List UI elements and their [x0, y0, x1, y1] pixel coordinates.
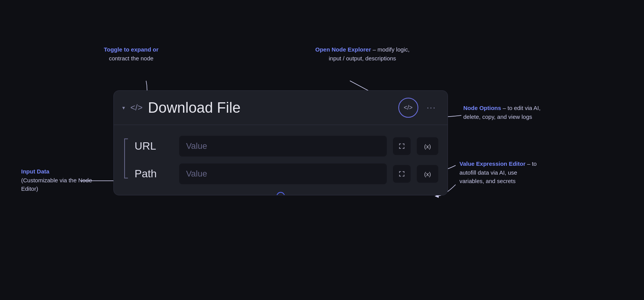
- node-card: ▾ </> Download File </> ···: [113, 90, 448, 195]
- path-expand-button[interactable]: [393, 165, 411, 183]
- input-bracket-icon: [123, 137, 128, 180]
- node-header: ▾ </> Download File </> ···: [114, 91, 448, 125]
- annotation-explorer: Open Node Explorer – modify logic,input …: [315, 45, 409, 63]
- expression-icon: (x): [424, 143, 431, 150]
- svg-rect-13: [399, 175, 400, 177]
- path-label: Path: [135, 168, 173, 180]
- table-row: Path Value: [135, 163, 438, 184]
- svg-rect-11: [404, 171, 404, 173]
- inputs-container: URL Value: [123, 136, 438, 184]
- annotation-expression: Value Expression Editor – toautofill dat…: [459, 160, 537, 186]
- url-value-input[interactable]: Value: [179, 136, 387, 157]
- svg-rect-1: [399, 143, 400, 145]
- expand-icon: [398, 143, 405, 150]
- node-explorer-button[interactable]: </>: [398, 98, 418, 118]
- explorer-code-icon: </>: [404, 104, 413, 111]
- path-expression-button[interactable]: (x): [417, 165, 438, 183]
- annotation-toggle: Toggle to expand or contract the node: [104, 45, 158, 63]
- svg-rect-9: [399, 171, 400, 173]
- url-expression-button[interactable]: (x): [417, 137, 438, 155]
- svg-rect-5: [399, 147, 400, 149]
- expression-icon: (x): [424, 171, 431, 177]
- url-label: URL: [135, 140, 173, 152]
- options-dots-icon: ···: [427, 103, 436, 112]
- expand-icon: [398, 170, 405, 177]
- code-icon: </>: [130, 103, 143, 113]
- svg-rect-3: [404, 143, 404, 145]
- inputs-list: URL Value: [135, 136, 438, 184]
- node-body: URL Value: [114, 125, 448, 195]
- svg-rect-7: [404, 147, 404, 149]
- path-value-input[interactable]: Value: [179, 163, 387, 184]
- table-row: URL Value: [135, 136, 438, 157]
- node-options-button[interactable]: ···: [424, 101, 439, 114]
- toggle-expand-button[interactable]: ▾: [122, 105, 125, 111]
- node-title: Download File: [148, 100, 393, 116]
- annotation-input-data: Input Data (Customizable via the Node Ed…: [21, 167, 98, 193]
- url-expand-button[interactable]: [393, 137, 411, 155]
- annotation-options: Node Options – to edit via AI,delete, co…: [463, 104, 541, 121]
- svg-rect-15: [404, 175, 404, 177]
